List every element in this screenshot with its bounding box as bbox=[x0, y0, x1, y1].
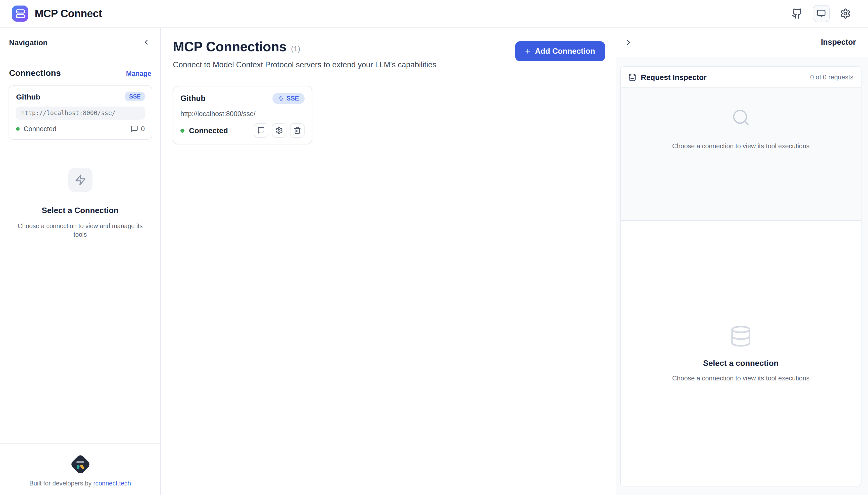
zap-icon bbox=[74, 174, 86, 186]
connection-card-header: Github SSE bbox=[16, 92, 145, 101]
topbar-actions bbox=[792, 5, 851, 22]
transport-label: SSE bbox=[287, 95, 299, 102]
connection-settings-button[interactable] bbox=[272, 123, 287, 138]
connection-url: http://localhost:8000/sse/ bbox=[16, 106, 145, 120]
plus-icon: + bbox=[525, 47, 530, 56]
database-icon bbox=[729, 325, 752, 348]
top-bar: MCP Connect bbox=[0, 0, 868, 28]
message-square-icon bbox=[131, 125, 138, 133]
footer-prefix: Built for developers by bbox=[29, 480, 91, 487]
connections-header: Connections Manage bbox=[0, 57, 160, 79]
inspector-collapse-button[interactable] bbox=[623, 37, 634, 48]
delete-connection-button[interactable] bbox=[290, 123, 305, 138]
app-title: MCP Connect bbox=[35, 7, 102, 20]
requests-empty-state: Choose a connection to view its tool exe… bbox=[621, 88, 861, 221]
gear-icon bbox=[275, 126, 283, 134]
sidebar-connection-card[interactable]: Github SSE http://localhost:8000/sse/ Co… bbox=[8, 85, 152, 140]
footer-text: Built for developers by rconnect.tech bbox=[5, 480, 155, 487]
chat-button[interactable] bbox=[254, 123, 268, 138]
requests-meta: 0 of 0 requests bbox=[810, 73, 853, 81]
sidebar-empty-caption: Choose a connection to view and manage i… bbox=[12, 222, 148, 239]
status-label: Connected bbox=[189, 126, 228, 135]
message-count-wrap: 0 bbox=[131, 125, 145, 133]
connection-card[interactable]: Github SSE http://localhost:8000/sse/ Co… bbox=[173, 86, 312, 144]
page-title: MCP Connections bbox=[173, 39, 287, 55]
app-logo bbox=[12, 5, 28, 22]
settings-button[interactable] bbox=[840, 8, 851, 19]
selection-empty-title: Select a connection bbox=[703, 359, 779, 368]
page-subtitle: Connect to Model Context Protocol server… bbox=[173, 60, 436, 69]
footer-link[interactable]: rconnect.tech bbox=[93, 480, 131, 487]
inspector-header: Inspector bbox=[616, 28, 868, 57]
gear-icon bbox=[840, 8, 851, 19]
inspector-body: Request Inspector 0 of 0 requests Choose… bbox=[616, 57, 868, 495]
inspector-title: Inspector bbox=[821, 38, 856, 47]
transport-pill: SSE bbox=[272, 93, 305, 104]
zap-icon bbox=[278, 96, 284, 102]
card-actions bbox=[254, 123, 305, 138]
connection-count-badge: (1) bbox=[291, 44, 300, 53]
search-icon bbox=[731, 108, 750, 127]
message-square-icon bbox=[257, 126, 265, 134]
request-inspector-card: Request Inspector 0 of 0 requests Choose… bbox=[620, 66, 862, 487]
zap-icon-box bbox=[68, 168, 92, 192]
connections-title: Connections bbox=[9, 68, 61, 79]
app-root: MCP Connect bbox=[0, 0, 868, 495]
message-count: 0 bbox=[141, 125, 145, 133]
monitor-icon bbox=[817, 9, 826, 18]
selection-empty-state: Select a connection Choose a connection … bbox=[621, 221, 861, 486]
chevron-right-icon bbox=[624, 38, 633, 47]
chevron-left-icon bbox=[142, 38, 150, 46]
sidebar-empty-state: Select a Connection Choose a connection … bbox=[0, 168, 160, 239]
rconnect-logo-icon bbox=[69, 453, 92, 476]
connection-name: Github bbox=[16, 92, 40, 101]
trash-icon bbox=[293, 126, 301, 134]
nav-title: Navigation bbox=[9, 38, 48, 47]
sidebar-footer: Built for developers by rconnect.tech bbox=[0, 443, 160, 495]
status-dot bbox=[181, 129, 185, 132]
monitor-toggle-button[interactable] bbox=[813, 5, 830, 22]
status-wrap: Connected bbox=[16, 125, 56, 133]
selection-empty-caption: Choose a connection to view its tool exe… bbox=[672, 374, 810, 382]
github-icon bbox=[792, 8, 803, 19]
request-inspector-title: Request Inspector bbox=[641, 73, 707, 81]
connection-name: Github bbox=[181, 94, 206, 103]
request-inspector-header: Request Inspector 0 of 0 requests bbox=[621, 67, 861, 88]
manage-link[interactable]: Manage bbox=[126, 70, 151, 77]
page-header: MCP Connections (1) Connect to Model Con… bbox=[173, 39, 605, 69]
main-content: MCP Connections (1) Connect to Model Con… bbox=[161, 28, 616, 495]
body-row: Navigation Connections Manage Github SSE… bbox=[0, 28, 868, 495]
add-connection-label: Add Connection bbox=[535, 47, 595, 56]
sidebar-nav-header: Navigation bbox=[0, 28, 160, 57]
sidebar-empty-title: Select a Connection bbox=[12, 206, 148, 215]
sidebar-collapse-button[interactable] bbox=[141, 37, 151, 47]
connection-url: http://localhost:8000/sse/ bbox=[181, 110, 305, 118]
connection-status-row: Connected bbox=[181, 123, 305, 138]
inspector-panel: Inspector Request Inspector 0 of 0 reque… bbox=[616, 28, 868, 495]
add-connection-button[interactable]: + Add Connection bbox=[515, 41, 605, 61]
connection-status-row: Connected 0 bbox=[16, 125, 145, 133]
server-icon bbox=[15, 9, 25, 18]
brand: MCP Connect bbox=[12, 5, 102, 22]
status-label: Connected bbox=[23, 125, 56, 133]
page-header-text: MCP Connections (1) Connect to Model Con… bbox=[173, 39, 436, 69]
connection-card-header: Github SSE bbox=[181, 93, 305, 104]
sidebar: Navigation Connections Manage Github SSE… bbox=[0, 28, 161, 495]
requests-empty-caption: Choose a connection to view its tool exe… bbox=[621, 142, 861, 150]
database-icon bbox=[628, 73, 636, 81]
transport-badge: SSE bbox=[125, 92, 145, 101]
status-dot bbox=[16, 127, 20, 131]
page-title-row: MCP Connections (1) bbox=[173, 39, 436, 55]
status-wrap: Connected bbox=[181, 126, 228, 135]
github-button[interactable] bbox=[792, 8, 803, 19]
